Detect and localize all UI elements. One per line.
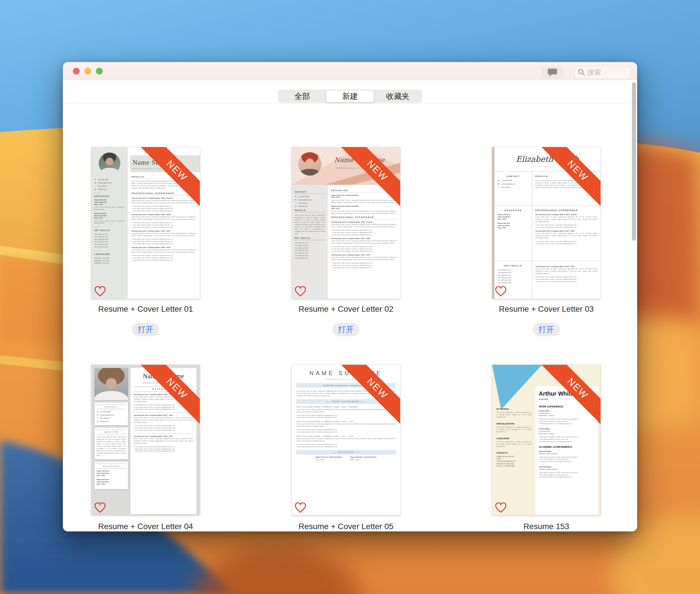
language-line: FRENCH / Your level xyxy=(94,262,125,264)
contact-row: ✆+123 456 7890 xyxy=(498,179,529,182)
bullet-line: • Lorem ipsum dolor sit amet, consectetu… xyxy=(535,278,597,280)
text: 2012 - 2016 xyxy=(94,203,125,206)
skill-line: Your skill goes here xyxy=(94,238,125,240)
zoom-button[interactable] xyxy=(96,68,103,74)
text: Degree title here xyxy=(94,212,125,214)
skill-line: Your skill goes here xyxy=(94,240,125,243)
bullet-line: • Lorem ipsum dolor sit amet, consectetu… xyxy=(535,280,597,283)
template-name: Resume + Cover Letter 02 xyxy=(292,304,400,314)
text: 11 Main St. New York, IN xyxy=(496,455,532,458)
job-heading: Job title goes here / Company Name / 201… xyxy=(131,214,196,216)
bullet-line: • Lorem ipsum dolor sit amet, consectetu… xyxy=(134,450,193,453)
text: • Dicta vitae democritum at nam, id nam … xyxy=(539,456,595,463)
text: Position Name xyxy=(539,428,595,430)
section-heading: PROFILE xyxy=(295,209,325,212)
text: Graduate degree program xyxy=(539,468,595,470)
template-thumbnail[interactable]: CONTACT✆+123 456 7890✉surname@mail.com⌂Y… xyxy=(91,365,200,515)
text: 2012 - 2016 xyxy=(315,458,342,461)
education-entry: Degree title here /University Name2012 -… xyxy=(498,214,529,221)
text: • Dicta vitae democritum at nam, id nam … xyxy=(539,418,595,425)
bullet-line: • Dicta vitae democritum at nam, id nam … xyxy=(539,471,595,474)
favorite-heart-icon[interactable] xyxy=(94,286,106,297)
minimize-button[interactable] xyxy=(85,68,91,74)
open-button[interactable]: 打开 xyxy=(332,323,360,336)
text: Lorem ipsum dolor sit amet, consectetur … xyxy=(535,216,597,223)
divider xyxy=(134,412,193,413)
bullet-line: • Lorem ipsum dolor sit amet, consectetu… xyxy=(131,207,196,210)
job-heading: Job title goes here / Company Name / 201… xyxy=(535,230,597,232)
education-card: EDUCATIONDegree title here /University N… xyxy=(95,462,128,489)
contact-text: Your address xyxy=(298,202,307,204)
experience-cell: Job title goes here / Company Name / 201… xyxy=(532,261,601,299)
close-button[interactable] xyxy=(73,68,79,74)
contact-icon: ✆ xyxy=(94,178,97,180)
search-field[interactable] xyxy=(574,66,631,79)
template-thumbnail[interactable]: Elizabeth SmithPROFESSIONAL TITLECONTACT… xyxy=(492,147,601,299)
template-thumbnail[interactable]: Arthur WhitacreAssemblerWORK EXPERIENCEP… xyxy=(492,365,601,515)
bullet-line: • Lorem ipsum dolor sit amet, consectetu… xyxy=(131,210,196,212)
text: Lorem ipsum dolor sit amet, consectetur … xyxy=(295,214,325,235)
section-heading: EDUCATION xyxy=(498,209,529,212)
text: Degree title here xyxy=(498,222,529,225)
tab-new[interactable]: 新建 xyxy=(326,90,374,102)
text: Lorem ipsum dolor sit amet, consectetur … xyxy=(331,199,397,204)
template-card: ✆+123 456 7890✉surname@mail.com⌂Your add… xyxy=(91,147,200,299)
template-thumbnail[interactable]: Name SurnamePROFESSIONAL TITLE HERECONTA… xyxy=(292,147,400,299)
section-heading: CONTACTS xyxy=(496,452,532,454)
job-heading: JOB TITLE GOES HERE / COMPANY NAME / 201… xyxy=(296,421,396,422)
contact-icon: ◎ xyxy=(97,420,99,422)
bullet-line: • Pro lorem petentium eu, est oblique qu… xyxy=(539,461,595,463)
text: Degree title here / University Name xyxy=(315,456,342,458)
skill-line: Your skill goes here xyxy=(94,243,125,246)
text: 2005 - 2013 xyxy=(350,458,376,461)
bullet-line: • Lorem ipsum dolor sit amet, consectetu… xyxy=(134,427,193,429)
tab-favorites[interactable]: 收藏夹 xyxy=(374,90,422,102)
language-line: ENGLISH / Your level xyxy=(94,257,125,259)
text: Position Name xyxy=(539,410,595,412)
text: 2012 - 2016 xyxy=(498,218,529,221)
contact-text: portfolio.com xyxy=(100,421,109,422)
tab-all[interactable]: 全部 xyxy=(278,90,326,102)
text: Lorem ipsum dolor sit amet, consectetur … xyxy=(331,256,397,261)
template-thumbnail[interactable]: ✆+123 456 7890✉surname@mail.com⌂Your add… xyxy=(91,147,200,299)
skill-line: Your skill goes here xyxy=(295,249,325,252)
search-input[interactable] xyxy=(587,68,628,76)
portrait-photo xyxy=(298,152,322,175)
text: Lorem ipsum dolor sit amet, consectetur … xyxy=(331,240,397,244)
bullet-line: • Per ei ridens quidam, in iuvaret ceter… xyxy=(539,438,595,440)
contact-text: surname@mail.com xyxy=(298,199,312,201)
decor-triangle xyxy=(492,365,542,409)
bullet-line: • Lorem ipsum dolor sit amet, consectetu… xyxy=(131,238,196,240)
favorite-heart-icon[interactable] xyxy=(295,502,306,513)
contact-text: surname@mail.com xyxy=(100,414,114,416)
bullet-line: • Lorem ipsum dolor sit amet, consectetu… xyxy=(331,266,397,269)
scrollbar-thumb[interactable] xyxy=(632,82,636,241)
favorite-heart-icon[interactable] xyxy=(94,502,106,513)
tab-bar: 全部 新建 收藏夹 xyxy=(63,80,637,104)
skill-line: Your skill goes here xyxy=(94,233,125,236)
text: CONTACT✆+123 456 7890✉surname@mail.com⌂Y… xyxy=(494,172,601,299)
text: Lorem ipsum dolor sit amet, consectetur … xyxy=(134,437,193,444)
education-entry: Degree title hereUniversity Name2010 - 2… xyxy=(498,222,529,229)
skill-line: Your skill goes here xyxy=(498,271,529,274)
favorite-heart-icon[interactable] xyxy=(495,286,506,297)
contact-row: ⌂Your address xyxy=(498,186,529,188)
favorite-heart-icon[interactable] xyxy=(495,502,506,513)
open-button[interactable]: 打开 xyxy=(132,323,159,336)
feedback-button[interactable] xyxy=(541,66,563,79)
heart-outline xyxy=(94,502,106,513)
text: 2010 - 2012 xyxy=(94,217,125,219)
template-thumbnail[interactable]: NAME SURNAMEPROFESSIONAL TITLE HERE+123 … xyxy=(292,365,400,515)
text: Lorem ipsum dolor sit amet, consectetur … xyxy=(296,408,396,413)
text: University Name xyxy=(94,214,125,217)
bullet-line: • Per ei ridens quidam, in iuvaret ceter… xyxy=(539,474,595,476)
text: www.fb.com/yourdomain xyxy=(496,462,532,465)
favorite-heart-icon[interactable] xyxy=(295,286,306,297)
skill-line: Your skill goes here xyxy=(498,279,529,282)
resume-sidebar: MY PROFILECVis justo posidonium ne, adhu… xyxy=(492,403,535,467)
text: Degree title here / xyxy=(97,478,126,481)
skill-line: Your skill goes here xyxy=(498,274,529,276)
contact-row: ✉surname@mail.com xyxy=(498,183,529,185)
heart-outline xyxy=(94,286,106,297)
open-button[interactable]: 打开 xyxy=(533,323,560,336)
